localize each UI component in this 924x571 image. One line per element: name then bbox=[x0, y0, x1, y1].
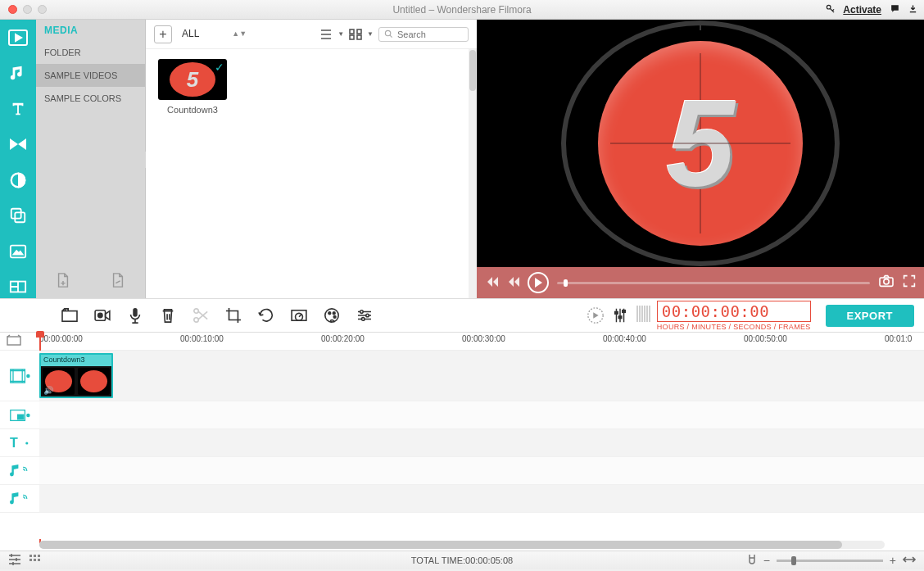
preview-panel: 5 bbox=[477, 20, 924, 298]
adjust-icon[interactable] bbox=[356, 306, 374, 324]
import-button[interactable]: + bbox=[154, 25, 172, 43]
download-icon[interactable] bbox=[908, 3, 917, 16]
ruler-tick: 00:00:40:00 bbox=[603, 334, 646, 343]
music-track-icon[interactable] bbox=[0, 485, 39, 512]
fit-zoom-icon[interactable] bbox=[903, 555, 916, 565]
filter-label: ALL bbox=[182, 28, 199, 39]
text-track[interactable]: T bbox=[0, 429, 924, 457]
svg-rect-44 bbox=[29, 559, 32, 561]
message-icon[interactable] bbox=[890, 3, 900, 16]
search-field[interactable] bbox=[378, 27, 469, 42]
svg-point-24 bbox=[333, 312, 335, 315]
new-folder-icon[interactable] bbox=[56, 272, 70, 292]
svg-rect-9 bbox=[350, 35, 354, 39]
media-folder-item[interactable]: FOLDER bbox=[36, 41, 145, 64]
split-icon[interactable] bbox=[192, 306, 210, 324]
search-input[interactable] bbox=[397, 29, 455, 39]
svg-rect-45 bbox=[34, 559, 36, 561]
delete-folder-icon[interactable] bbox=[111, 272, 125, 292]
media-category-panel: MEDIA FOLDER SAMPLE VIDEOS SAMPLE COLORS… bbox=[36, 20, 146, 298]
edit-tools-icon[interactable] bbox=[61, 306, 79, 324]
pip-track[interactable] bbox=[0, 401, 924, 429]
media-thumbnail[interactable]: 5 ✓ Countdown3 bbox=[156, 59, 229, 115]
browser-toolbar: + ALL ▲▼ ▼ ▼ bbox=[146, 20, 477, 49]
fullscreen-icon[interactable] bbox=[903, 274, 916, 291]
ruler-tick: 00:00:50:00 bbox=[744, 334, 787, 343]
timeline-h-scrollbar[interactable] bbox=[0, 539, 924, 551]
svg-point-19 bbox=[194, 318, 198, 322]
chevron-down-icon[interactable]: ▼ bbox=[367, 30, 374, 38]
svg-point-35 bbox=[27, 374, 29, 377]
pip-track-icon[interactable] bbox=[0, 401, 39, 428]
media-tab-icon[interactable] bbox=[7, 26, 29, 49]
svg-point-0 bbox=[827, 5, 831, 9]
mixer-icon[interactable] bbox=[611, 306, 629, 324]
clip-title: Countdown3 bbox=[41, 355, 111, 366]
svg-rect-10 bbox=[357, 35, 361, 39]
record-icon[interactable] bbox=[93, 306, 111, 324]
zoom-in-icon[interactable]: + bbox=[890, 554, 896, 567]
rotate-icon[interactable] bbox=[257, 306, 275, 324]
svg-point-13 bbox=[884, 279, 889, 284]
media-samplevideos-item[interactable]: SAMPLE VIDEOS bbox=[36, 64, 145, 87]
delete-icon[interactable] bbox=[159, 306, 177, 324]
preview-seek-slider[interactable] bbox=[557, 282, 870, 284]
render-icon[interactable] bbox=[587, 306, 605, 324]
music-tab-icon[interactable] bbox=[7, 62, 29, 85]
speed-icon[interactable] bbox=[290, 306, 308, 324]
grid-toggle-icon[interactable] bbox=[29, 555, 41, 566]
category-filter-dropdown[interactable]: ALL ▲▼ bbox=[182, 28, 247, 40]
color-icon[interactable] bbox=[323, 306, 341, 324]
next-frame-icon[interactable] bbox=[506, 275, 519, 290]
search-icon bbox=[384, 29, 393, 39]
svg-point-28 bbox=[361, 318, 365, 321]
transitions-tab-icon[interactable] bbox=[7, 134, 29, 156]
svg-rect-30 bbox=[614, 311, 618, 314]
snapshot-icon[interactable] bbox=[878, 274, 895, 291]
video-track-icon[interactable] bbox=[0, 351, 39, 401]
thumbnails-grid: 5 ✓ Countdown3 bbox=[146, 49, 477, 298]
chevron-down-icon[interactable]: ▼ bbox=[337, 30, 344, 38]
zoom-window-icon[interactable] bbox=[38, 5, 47, 14]
minimize-window-icon[interactable] bbox=[23, 5, 32, 14]
marker-icon[interactable] bbox=[7, 334, 21, 347]
svg-rect-42 bbox=[34, 555, 36, 557]
music-track-2[interactable] bbox=[0, 485, 924, 513]
filters-tab-icon[interactable] bbox=[7, 169, 29, 192]
thumbnail-label: Countdown3 bbox=[156, 105, 229, 115]
svg-rect-37 bbox=[18, 415, 24, 419]
timeline-clip[interactable]: Countdown3 🔊 bbox=[39, 353, 113, 398]
svg-point-27 bbox=[366, 314, 369, 317]
export-button[interactable]: EXPORT bbox=[826, 305, 914, 327]
music-track-icon[interactable] bbox=[0, 457, 39, 484]
zoom-slider[interactable] bbox=[777, 560, 883, 562]
grid-view-icon[interactable] bbox=[349, 29, 362, 40]
ruler-tick: 00:01:0 bbox=[885, 334, 912, 343]
media-samplecolors-item[interactable]: SAMPLE COLORS bbox=[36, 87, 145, 110]
zoom-out-icon[interactable]: − bbox=[763, 554, 770, 567]
snap-icon[interactable] bbox=[747, 554, 757, 567]
music-track-1[interactable] bbox=[0, 457, 924, 485]
text-track-icon[interactable]: T bbox=[0, 429, 39, 456]
play-button[interactable] bbox=[528, 272, 549, 293]
list-view-icon[interactable] bbox=[319, 29, 333, 40]
svg-point-26 bbox=[360, 310, 364, 314]
overlays-tab-icon[interactable] bbox=[7, 205, 29, 228]
splitscreen-tab-icon[interactable] bbox=[7, 276, 29, 299]
activate-link[interactable]: Activate bbox=[843, 4, 881, 16]
voiceover-icon[interactable] bbox=[126, 306, 144, 324]
svg-point-16 bbox=[98, 313, 102, 317]
crop-icon[interactable] bbox=[224, 306, 242, 324]
svg-rect-7 bbox=[350, 29, 354, 34]
browser-scrollbar[interactable] bbox=[469, 49, 477, 298]
prev-frame-icon[interactable] bbox=[485, 275, 498, 290]
track-manager-icon[interactable] bbox=[8, 554, 21, 567]
window-controls bbox=[0, 5, 47, 14]
video-track-1[interactable]: Countdown3 🔊 bbox=[0, 351, 924, 401]
close-window-icon[interactable] bbox=[8, 5, 17, 14]
timeline-ruler[interactable]: 00:00:00:00 00:00:10:00 00:00:20:00 00:0… bbox=[0, 333, 924, 351]
svg-rect-33 bbox=[7, 337, 20, 345]
elements-tab-icon[interactable] bbox=[7, 240, 29, 263]
text-tab-icon[interactable] bbox=[7, 97, 29, 120]
svg-rect-4 bbox=[15, 213, 25, 223]
